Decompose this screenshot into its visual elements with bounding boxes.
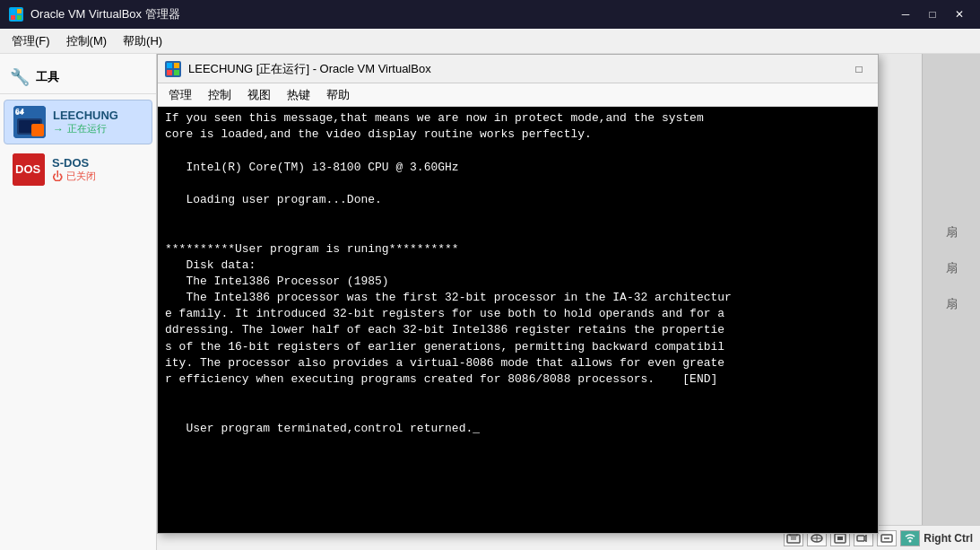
leechung-icon: 64 →: [13, 106, 46, 138]
svg-rect-7: [19, 120, 40, 133]
running-icon: →: [53, 123, 64, 135]
svg-rect-0: [11, 9, 15, 13]
status-icon-5[interactable]: [877, 530, 897, 546]
preview-panel: 扇 扇 扇: [922, 54, 980, 550]
main-window: Oracle VM VirtualBox 管理器 ─ □ ✕ 管理(F) 控制(…: [0, 0, 980, 550]
sidebar: 🔧 工具 64 → LEECHUNG: [0, 54, 157, 550]
main-minimize-button[interactable]: ─: [894, 5, 917, 23]
status-icon-wifi[interactable]: [900, 530, 920, 546]
sidebar-toolbar: 🔧 工具: [0, 61, 156, 94]
leechung-info: LEECHUNG → 正在运行: [53, 109, 118, 135]
vm-screen[interactable]: If you seen this message,that means we a…: [158, 107, 878, 533]
vm-maximize-button[interactable]: □: [847, 60, 871, 78]
tools-label: 工具: [36, 69, 59, 85]
vm-menubar: 管理 控制 视图 热键 帮助: [158, 83, 878, 107]
right-panel: LEECHUNG [正在运行] - Oracle VM VirtualBox ─…: [157, 54, 980, 550]
main-maximize-button[interactable]: □: [921, 5, 944, 23]
main-menubar: 管理(F) 控制(M) 帮助(H): [0, 29, 980, 54]
svg-text:→: →: [33, 127, 39, 133]
svg-rect-3: [17, 15, 22, 20]
svg-rect-24: [837, 537, 843, 540]
tools-icon: 🔧: [7, 65, 32, 90]
svg-rect-15: [174, 70, 179, 75]
vm-menu-help[interactable]: 帮助: [319, 85, 357, 105]
app-icon: [9, 7, 23, 22]
main-titlebar: Oracle VM VirtualBox 管理器 ─ □ ✕: [0, 0, 980, 29]
vm-window: LEECHUNG [正在运行] - Oracle VM VirtualBox ─…: [157, 54, 879, 534]
svg-rect-25: [857, 536, 864, 541]
main-title: Oracle VM VirtualBox 管理器: [30, 6, 887, 22]
leechung-status: 正在运行: [67, 122, 107, 135]
main-close-button[interactable]: ✕: [948, 5, 971, 23]
svg-rect-2: [11, 15, 15, 20]
svg-text:DOS: DOS: [15, 162, 41, 176]
menu-manage[interactable]: 管理(F): [4, 31, 57, 52]
svg-text:64: 64: [15, 109, 23, 117]
leechung-status-row: → 正在运行: [53, 122, 118, 135]
right-ctrl-label: Right Ctrl: [924, 532, 973, 545]
leechung-name: LEECHUNG: [53, 109, 118, 122]
main-content: 🔧 工具 64 → LEECHUNG: [0, 54, 980, 550]
vm-menu-hotkeys[interactable]: 热键: [280, 85, 317, 105]
svg-point-31: [909, 539, 912, 542]
svg-rect-8: [31, 126, 42, 133]
sdos-status-row: ⏻ 已关闭: [52, 170, 96, 183]
sdos-status: 已关闭: [66, 170, 96, 183]
vm-app-icon: [165, 61, 181, 77]
dos-icon: DOS: [13, 153, 45, 186]
svg-rect-12: [167, 63, 172, 68]
menu-help[interactable]: 帮助(H): [116, 31, 169, 52]
sdos-info: S-DOS ⏻ 已关闭: [52, 156, 96, 183]
svg-rect-1: [17, 9, 22, 13]
svg-rect-13: [174, 63, 179, 68]
svg-rect-14: [167, 70, 172, 75]
menu-control[interactable]: 控制(M): [59, 31, 115, 52]
vm-menu-manage[interactable]: 管理: [161, 85, 199, 105]
vm-menu-control[interactable]: 控制: [201, 85, 238, 105]
main-win-controls: ─ □ ✕: [894, 5, 971, 23]
vm-item-sdos[interactable]: DOS S-DOS ⏻ 已关闭: [4, 148, 152, 191]
vm-menu-view[interactable]: 视图: [240, 85, 278, 105]
vm-titlebar: LEECHUNG [正在运行] - Oracle VM VirtualBox ─…: [158, 55, 878, 83]
off-icon: ⏻: [52, 170, 63, 183]
vm-item-leechung[interactable]: 64 → LEECHUNG → 正在运行: [4, 100, 152, 144]
sdos-name: S-DOS: [52, 156, 96, 170]
vm-title: LEECHUNG [正在运行] - Oracle VM VirtualBox: [188, 61, 840, 77]
